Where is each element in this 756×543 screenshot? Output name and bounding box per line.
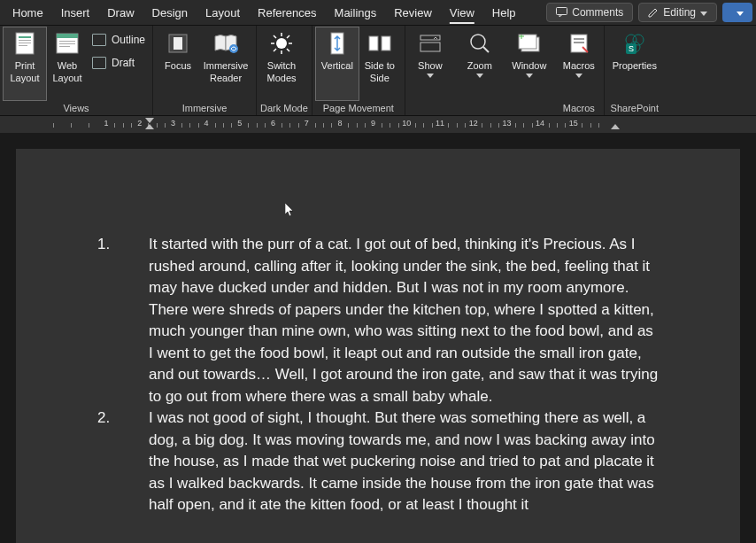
svg-line-19 [274, 35, 276, 38]
svg-line-22 [287, 35, 289, 38]
switch-modes-icon [269, 31, 294, 56]
vertical-label: Vertical [321, 59, 353, 72]
ruler-number: 12 [469, 119, 478, 128]
pencil-icon [648, 7, 659, 18]
ruler-number: 6 [271, 119, 275, 128]
tab-mailings[interactable]: Mailings [326, 3, 386, 23]
svg-rect-36 [574, 42, 584, 43]
draft-label: Draft [112, 57, 135, 69]
svg-rect-35 [574, 38, 584, 40]
list-item: 1. It started with the purr of a cat. I … [97, 234, 659, 407]
svg-line-29 [483, 47, 489, 52]
ruler-number: 4 [204, 119, 209, 128]
svg-rect-12 [174, 37, 182, 50]
web-layout-label: Web Layout [50, 59, 85, 84]
group-macros: Macros Macros [554, 26, 605, 115]
paragraph-text[interactable]: I was not good of sight, I thought. But … [149, 407, 659, 516]
group-immersive-label: Immersive [157, 101, 252, 115]
show-icon [418, 31, 443, 56]
svg-line-21 [274, 49, 276, 51]
tab-draw[interactable]: Draw [98, 3, 143, 23]
group-pagemovement: Vertical Side to Side Page Movement [312, 26, 405, 115]
macros-label: Macros [563, 59, 595, 72]
print-layout-label: Print Layout [7, 59, 42, 84]
group-darkmode-label: Dark Mode [260, 101, 308, 115]
tab-home[interactable]: Home [4, 3, 52, 23]
immersive-reader-label: Immersive Reader [203, 59, 249, 84]
draft-icon [92, 57, 106, 69]
svg-rect-0 [557, 8, 567, 15]
chevron-down-icon [427, 74, 434, 78]
show-button[interactable]: Show [409, 27, 451, 100]
web-layout-icon [55, 31, 80, 56]
window-button[interactable]: Window [508, 27, 551, 100]
svg-line-20 [287, 49, 289, 51]
editing-label: Editing [663, 6, 696, 19]
chevron-down-icon [575, 74, 582, 78]
group-views-label: Views [4, 101, 149, 115]
window-icon [517, 31, 542, 56]
outline-icon [92, 34, 106, 46]
vertical-icon [325, 31, 350, 56]
tab-references[interactable]: References [249, 3, 325, 23]
group-show: Show [405, 26, 455, 115]
ruler-number: 8 [337, 119, 342, 128]
svg-rect-4 [19, 43, 31, 43]
comments-button[interactable]: Comments [546, 3, 633, 22]
side-to-side-button[interactable]: Side to Side [359, 27, 401, 100]
macros-icon [567, 31, 591, 56]
tab-help[interactable]: Help [483, 3, 525, 23]
show-label: Show [418, 59, 443, 72]
svg-rect-5 [19, 45, 27, 46]
ruler-number: 2 [137, 119, 142, 128]
group-macros-label: Macros [558, 101, 600, 115]
tab-insert[interactable]: Insert [52, 3, 99, 23]
chevron-down-icon [476, 74, 483, 78]
ruler-number: 10 [402, 119, 411, 128]
group-window: Window [505, 26, 554, 115]
ruler-number: 7 [305, 119, 309, 128]
menu-bar: Home Insert Draw Design Layout Reference… [0, 0, 756, 25]
ruler-number: 3 [171, 119, 175, 128]
group-sharepoint: S Properties SharePoint [605, 26, 665, 115]
ruler[interactable]: 123456789101112131415 [0, 115, 756, 133]
print-layout-button[interactable]: Print Layout [4, 27, 46, 100]
vertical-button[interactable]: Vertical [316, 27, 359, 100]
ruler-number: 9 [371, 119, 375, 128]
immersive-reader-icon [213, 31, 238, 56]
page[interactable]: 1. It started with the purr of a cat. I … [16, 149, 740, 543]
macros-button[interactable]: Macros [558, 27, 600, 100]
svg-rect-7 [57, 34, 78, 38]
svg-point-14 [276, 38, 287, 49]
focus-icon [166, 31, 190, 56]
side-to-side-icon [367, 31, 392, 56]
group-pagemovement-label: Page Movement [316, 101, 401, 115]
side-to-side-label: Side to Side [362, 59, 397, 84]
outline-button[interactable]: Outline [92, 31, 145, 49]
web-layout-button[interactable]: Web Layout [46, 27, 89, 100]
immersive-reader-button[interactable]: Immersive Reader [199, 27, 252, 100]
tab-design[interactable]: Design [143, 3, 197, 23]
tab-review[interactable]: Review [385, 3, 441, 23]
tab-layout[interactable]: Layout [197, 3, 249, 23]
ribbon: Print Layout Web Layout Outline Draft Vi… [0, 25, 756, 115]
group-zoom: Zoom [455, 26, 505, 115]
paragraph-text[interactable]: It started with the purr of a cat. I got… [149, 234, 659, 407]
tab-view[interactable]: View [441, 3, 483, 23]
zoom-button[interactable]: Zoom [459, 27, 501, 100]
svg-rect-2 [19, 36, 31, 38]
share-button[interactable] [722, 3, 752, 22]
editing-button[interactable]: Editing [638, 3, 717, 22]
zoom-label: Zoom [467, 59, 492, 72]
properties-button[interactable]: S Properties [608, 27, 661, 100]
group-views: Print Layout Web Layout Outline Draft Vi… [0, 26, 153, 115]
focus-button[interactable]: Focus [157, 27, 199, 100]
ruler-number: 5 [237, 119, 242, 128]
draft-button[interactable]: Draft [92, 54, 145, 72]
ruler-number: 1 [104, 119, 108, 128]
switch-modes-button[interactable]: Switch Modes [260, 27, 303, 100]
group-sharepoint-label: SharePoint [608, 101, 661, 115]
ruler-number: 14 [536, 119, 544, 128]
svg-rect-8 [59, 41, 75, 42]
mouse-cursor [285, 203, 296, 217]
